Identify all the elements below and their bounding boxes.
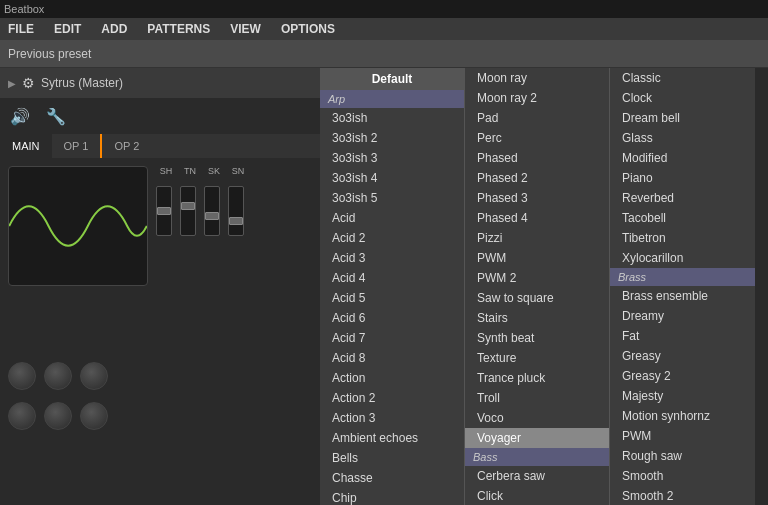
list-item[interactable]: Dreamy: [610, 306, 755, 326]
slider-sh-thumb: [157, 207, 171, 215]
list-item[interactable]: Motion synhornz: [610, 406, 755, 426]
menu-file[interactable]: FILE: [4, 20, 38, 38]
list-item-clock[interactable]: Clock: [610, 88, 755, 108]
knob-6[interactable]: [80, 402, 108, 430]
dropdown-col-3[interactable]: Classic Clock Dream bell Glass Modified …: [610, 68, 755, 505]
list-item[interactable]: Acid 6: [320, 308, 464, 328]
list-item[interactable]: Phased: [465, 148, 609, 168]
sytrus-body: SH TN SK SN: [0, 158, 320, 358]
list-item[interactable]: Chasse: [320, 468, 464, 488]
list-item[interactable]: Acid 4: [320, 268, 464, 288]
list-item[interactable]: Greasy: [610, 346, 755, 366]
list-item[interactable]: Saw to square: [465, 288, 609, 308]
dropdown-col-2[interactable]: Moon ray Moon ray 2 Pad Perc Phased Phas…: [465, 68, 610, 505]
knob-4[interactable]: [8, 402, 36, 430]
list-item[interactable]: Smooth 2: [610, 486, 755, 505]
menu-add[interactable]: ADD: [97, 20, 131, 38]
waveform-display: [8, 166, 148, 286]
list-item[interactable]: Phased 4: [465, 208, 609, 228]
list-item[interactable]: Glass: [610, 128, 755, 148]
preset-bar: Previous preset: [0, 40, 768, 68]
list-item[interactable]: Action 3: [320, 408, 464, 428]
list-item[interactable]: Phased 3: [465, 188, 609, 208]
slider-sn[interactable]: [228, 186, 244, 236]
menu-view[interactable]: VIEW: [226, 20, 265, 38]
list-item[interactable]: 3o3ish: [320, 108, 464, 128]
list-item[interactable]: Dream bell: [610, 108, 755, 128]
knob-sk-label: SK: [204, 166, 224, 176]
list-item[interactable]: Greasy 2: [610, 366, 755, 386]
list-item[interactable]: Fat: [610, 326, 755, 346]
list-item[interactable]: 3o3ish 4: [320, 168, 464, 188]
list-item[interactable]: PWM: [610, 426, 755, 446]
list-item[interactable]: Action: [320, 368, 464, 388]
list-item[interactable]: Texture: [465, 348, 609, 368]
main-content: ▶ ⚙ Sytrus (Master) 🔊 🔧 MAIN OP 1 OP 2: [0, 68, 768, 505]
tab-op1[interactable]: OP 1: [52, 134, 101, 158]
arrow-icon[interactable]: ▶: [8, 78, 16, 89]
menu-options[interactable]: OPTIONS: [277, 20, 339, 38]
list-item[interactable]: Troll: [465, 388, 609, 408]
slider-sk[interactable]: [204, 186, 220, 236]
tab-op2[interactable]: OP 2: [102, 134, 151, 158]
sytrus-panel: ▶ ⚙ Sytrus (Master) 🔊 🔧 MAIN OP 1 OP 2: [0, 68, 320, 505]
list-item[interactable]: Bells: [320, 448, 464, 468]
list-item[interactable]: Xylocarillon: [610, 248, 755, 268]
list-item[interactable]: Phased 2: [465, 168, 609, 188]
list-item[interactable]: Tacobell: [610, 208, 755, 228]
slider-tn[interactable]: [180, 186, 196, 236]
title-bar: Beatbox: [0, 0, 768, 18]
wrench-button[interactable]: 🔧: [44, 104, 68, 128]
list-item[interactable]: Chip: [320, 488, 464, 505]
list-item[interactable]: Pizzi: [465, 228, 609, 248]
list-item[interactable]: Acid 7: [320, 328, 464, 348]
list-item[interactable]: Pad: [465, 108, 609, 128]
list-item[interactable]: Modified: [610, 148, 755, 168]
slider-sh[interactable]: [156, 186, 172, 236]
list-item[interactable]: Smooth: [610, 466, 755, 486]
speaker-button[interactable]: 🔊: [8, 104, 32, 128]
list-item[interactable]: Synth beat: [465, 328, 609, 348]
list-item-voyager[interactable]: Voyager: [465, 428, 609, 448]
list-item[interactable]: Voco: [465, 408, 609, 428]
list-item[interactable]: Acid 5: [320, 288, 464, 308]
list-item[interactable]: Acid: [320, 208, 464, 228]
list-item[interactable]: Trance pluck: [465, 368, 609, 388]
list-item[interactable]: Acid 3: [320, 248, 464, 268]
list-item[interactable]: Reverbed: [610, 188, 755, 208]
menu-patterns[interactable]: PATTERNS: [143, 20, 214, 38]
knob-3[interactable]: [80, 362, 108, 390]
list-item[interactable]: PWM: [465, 248, 609, 268]
list-item[interactable]: PWM 2: [465, 268, 609, 288]
knob-2[interactable]: [44, 362, 72, 390]
list-item[interactable]: 3o3ish 3: [320, 148, 464, 168]
list-item[interactable]: Perc: [465, 128, 609, 148]
knob-5[interactable]: [44, 402, 72, 430]
menu-edit[interactable]: EDIT: [50, 20, 85, 38]
list-item[interactable]: 3o3ish 5: [320, 188, 464, 208]
list-item[interactable]: Rough saw: [610, 446, 755, 466]
tab-main[interactable]: MAIN: [0, 134, 52, 158]
gear-icon[interactable]: ⚙: [22, 75, 35, 91]
list-item[interactable]: Ambient echoes: [320, 428, 464, 448]
knob-1[interactable]: [8, 362, 36, 390]
list-item[interactable]: 3o3ish 2: [320, 128, 464, 148]
list-item[interactable]: Brass ensemble: [610, 286, 755, 306]
list-item[interactable]: Stairs: [465, 308, 609, 328]
list-item[interactable]: Acid 8: [320, 348, 464, 368]
dropdown-col-1[interactable]: Default Arp 3o3ish 3o3ish 2 3o3ish 3 3o3…: [320, 68, 465, 505]
list-item[interactable]: Action 2: [320, 388, 464, 408]
list-item[interactable]: Moon ray 2: [465, 88, 609, 108]
list-item[interactable]: Moon ray: [465, 68, 609, 88]
list-item[interactable]: Cerbera saw: [465, 466, 609, 486]
col3-section-brass: Brass: [610, 268, 755, 286]
list-item[interactable]: Tibetron: [610, 228, 755, 248]
sytrus-header: ▶ ⚙ Sytrus (Master): [0, 68, 320, 98]
list-item[interactable]: Click: [465, 486, 609, 505]
list-item[interactable]: Classic: [610, 68, 755, 88]
list-item[interactable]: Piano: [610, 168, 755, 188]
slider-sn-thumb: [229, 217, 243, 225]
list-item[interactable]: Acid 2: [320, 228, 464, 248]
list-item[interactable]: Majesty: [610, 386, 755, 406]
previous-preset-label: Previous preset: [8, 47, 91, 61]
